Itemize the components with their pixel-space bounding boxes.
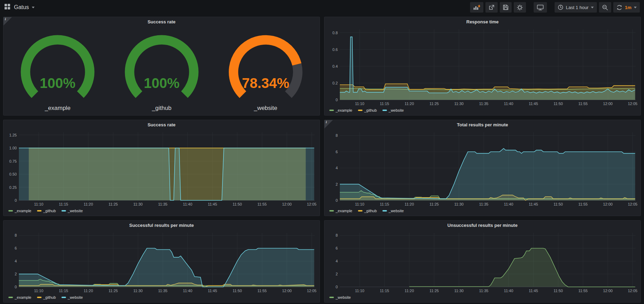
svg-text:12:05: 12:05: [307, 202, 317, 206]
legend-item-_website[interactable]: _website: [382, 108, 404, 112]
dashboards-grid-icon[interactable]: [4, 3, 10, 11]
svg-text:11:25: 11:25: [109, 202, 118, 206]
panel-info-icon[interactable]: i: [324, 120, 333, 128]
legend-item-_github[interactable]: _github: [37, 209, 56, 213]
zoom-out-button[interactable]: [599, 2, 611, 13]
save-icon: [503, 5, 508, 10]
time-range-label: Last 1 hour: [566, 5, 588, 10]
svg-text:11:35: 11:35: [479, 202, 489, 206]
dashboard-title[interactable]: Gatus: [14, 4, 35, 10]
svg-text:11:35: 11:35: [158, 289, 168, 293]
legend-marker: [329, 210, 334, 212]
panel-title[interactable]: Response time: [324, 17, 641, 27]
time-range-picker[interactable]: Last 1 hour: [555, 2, 597, 13]
svg-text:11:40: 11:40: [504, 289, 513, 293]
panel-title[interactable]: Unsuccessful results per minute: [324, 221, 641, 230]
svg-text:11:20: 11:20: [405, 289, 414, 293]
svg-text:0: 0: [336, 198, 338, 202]
response-time-chart[interactable]: 11:1011:1511:2011:2511:3011:3511:4011:45…: [327, 27, 638, 107]
legend-label: _website: [389, 209, 404, 213]
panel-title[interactable]: Total results per minute: [324, 120, 641, 129]
svg-text:0.8: 0.8: [332, 31, 338, 35]
legend-item-_website[interactable]: _website: [61, 295, 83, 299]
save-button[interactable]: [500, 2, 512, 13]
svg-text:0: 0: [336, 98, 338, 102]
legend-item-_example[interactable]: _example: [329, 209, 352, 213]
svg-text:11:40: 11:40: [183, 202, 192, 206]
total-results-chart[interactable]: 11:1011:1511:2011:2511:3011:3511:4011:45…: [327, 129, 638, 207]
gauge-example: 100% _example: [6, 27, 110, 112]
svg-text:0.50: 0.50: [9, 172, 17, 176]
panel-successful-results: Successful results per minute 11:1011:15…: [3, 220, 320, 303]
legend-marker: [37, 210, 42, 212]
legend: _example_github_website: [6, 207, 317, 215]
svg-text:11:35: 11:35: [158, 202, 168, 206]
legend-label: _website: [336, 295, 351, 299]
legend: _example_github_website: [327, 207, 638, 215]
share-button[interactable]: [485, 2, 498, 13]
legend-item-_github[interactable]: _github: [358, 209, 377, 213]
legend-item-_website[interactable]: _website: [61, 209, 83, 213]
svg-text:11:45: 11:45: [208, 289, 217, 293]
gauge-arc: 100%: [110, 31, 214, 103]
cycle-view-button[interactable]: [534, 2, 547, 13]
svg-text:6: 6: [336, 246, 338, 250]
chevron-down-icon: [32, 7, 35, 8]
legend-marker: [8, 210, 13, 212]
svg-text:11:20: 11:20: [405, 202, 414, 206]
svg-text:12:05: 12:05: [628, 102, 638, 106]
chevron-down-icon: [634, 7, 637, 8]
svg-text:11:45: 11:45: [529, 102, 538, 106]
panel-title[interactable]: Successful results per minute: [3, 221, 320, 230]
gauge-label: _github: [152, 103, 171, 112]
legend-label: _github: [43, 209, 56, 213]
clock-icon: [558, 5, 563, 10]
panel-title[interactable]: Success rate: [3, 17, 320, 27]
chevron-down-icon: [591, 7, 594, 8]
success-rate-chart[interactable]: 11:1011:1511:2011:2511:3011:3511:4011:45…: [6, 129, 317, 207]
svg-text:0: 0: [336, 285, 338, 289]
panel-info-icon[interactable]: i: [3, 17, 12, 25]
svg-text:11:20: 11:20: [405, 102, 414, 106]
svg-text:11:30: 11:30: [133, 289, 143, 293]
legend-label: _website: [68, 295, 83, 299]
refresh-button[interactable]: 1m: [613, 2, 640, 13]
gauge-arc: 100%: [6, 31, 110, 103]
svg-text:11:25: 11:25: [430, 102, 439, 106]
legend-label: _example: [15, 295, 31, 299]
svg-text:0.2: 0.2: [332, 81, 338, 85]
legend-item-_website[interactable]: _website: [382, 209, 404, 213]
svg-text:11:20: 11:20: [84, 202, 93, 206]
gauge-website: 78.34% _website: [214, 27, 317, 112]
legend-item-_example[interactable]: _example: [8, 209, 31, 213]
svg-text:11:50: 11:50: [233, 289, 242, 293]
svg-text:12:05: 12:05: [628, 202, 638, 206]
legend-item-_example[interactable]: _example: [8, 295, 31, 299]
legend-item-_github[interactable]: _github: [37, 295, 56, 299]
series-area-_website: [409, 248, 635, 287]
svg-text:0: 0: [15, 198, 17, 202]
legend-item-_example[interactable]: _example: [329, 108, 352, 112]
legend-label: _example: [336, 209, 352, 213]
settings-button[interactable]: [514, 2, 526, 13]
panel-title[interactable]: Success rate: [3, 120, 320, 129]
svg-text:11:15: 11:15: [59, 289, 68, 293]
legend-item-_github[interactable]: _github: [358, 108, 377, 112]
svg-text:1.00: 1.00: [9, 146, 17, 150]
svg-text:1.25: 1.25: [9, 133, 17, 137]
legend-marker: [382, 210, 387, 212]
panel-unsuccessful-results: Unsuccessful results per minute 11:1011:…: [324, 220, 641, 303]
svg-text:11:10: 11:10: [34, 202, 43, 206]
legend-marker: [382, 110, 387, 111]
legend-label: _github: [364, 108, 377, 112]
legend-label: _example: [336, 108, 352, 112]
successful-results-chart[interactable]: 11:1011:1511:2011:2511:3011:3511:4011:45…: [6, 230, 317, 294]
legend-item-_website[interactable]: _website: [329, 295, 351, 299]
svg-text:11:55: 11:55: [578, 202, 588, 206]
panel-total-results: i Total results per minute 11:1011:1511:…: [324, 120, 641, 216]
legend-label: _github: [43, 295, 56, 299]
add-panel-button[interactable]: [470, 2, 483, 13]
dashboard-grid: i Success rate 100% _example 100% _githu…: [0, 15, 644, 303]
series-area-_website: [19, 248, 314, 287]
unsuccessful-results-chart[interactable]: 11:1011:1511:2011:2511:3011:3511:4011:45…: [327, 230, 638, 294]
